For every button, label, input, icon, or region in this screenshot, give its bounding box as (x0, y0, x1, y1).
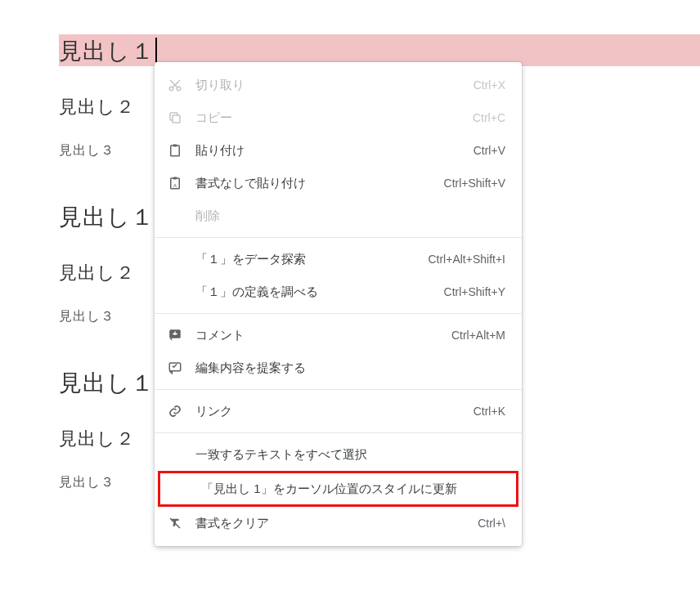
menu-shortcut: Ctrl+Alt+M (451, 329, 505, 342)
menu-item-paste[interactable]: 貼り付け Ctrl+V (155, 134, 522, 167)
heading-text: 見出し１ (59, 370, 155, 396)
menu-item-update-style[interactable]: 「見出し 1」をカーソル位置のスタイルに更新 (160, 473, 516, 504)
menu-label: コピー (195, 110, 463, 126)
menu-separator (155, 313, 522, 314)
paste-plain-icon: A (166, 174, 184, 192)
menu-separator (155, 237, 522, 238)
context-menu: 切り取り Ctrl+X コピー Ctrl+C 貼り付け Ctrl+V A 書式な… (155, 62, 522, 546)
menu-separator (155, 389, 522, 390)
menu-shortcut: Ctrl+K (473, 405, 505, 418)
heading-text: 見出し３ (59, 143, 114, 157)
comment-icon (166, 326, 184, 344)
menu-label: 削除 (195, 208, 505, 224)
svg-point-0 (169, 87, 173, 91)
menu-item-delete: 削除 (155, 199, 522, 232)
menu-shortcut: Ctrl+Shift+Y (444, 285, 505, 298)
svg-rect-11 (169, 363, 181, 371)
heading-text: 見出し３ (59, 475, 114, 489)
svg-rect-4 (173, 145, 177, 147)
menu-label: 「１」をデータ探索 (195, 252, 418, 267)
menu-shortcut: Ctrl+Alt+Shift+I (428, 253, 505, 266)
menu-item-comment[interactable]: コメント Ctrl+Alt+M (155, 319, 522, 351)
heading-text: 見出し１ (59, 204, 155, 230)
menu-label: 書式をクリア (195, 516, 468, 531)
menu-item-define[interactable]: 「１」の定義を調べる Ctrl+Shift+Y (155, 275, 522, 308)
copy-icon (166, 109, 184, 127)
svg-rect-2 (173, 115, 180, 123)
menu-item-select-matching[interactable]: 一致するテキストをすべて選択 (155, 438, 522, 471)
menu-label: 書式なしで貼り付け (195, 176, 434, 191)
menu-item-link[interactable]: リンク Ctrl+K (155, 395, 522, 428)
menu-item-clear-format[interactable]: 書式をクリア Ctrl+\ (155, 507, 522, 540)
menu-item-suggest[interactable]: 編集内容を提案する (155, 351, 522, 384)
menu-shortcut: Ctrl+C (473, 111, 505, 124)
menu-label: 貼り付け (195, 143, 464, 159)
menu-label: 編集内容を提案する (195, 360, 505, 376)
menu-label: 「見出し 1」をカーソル位置のスタイルに更新 (201, 481, 500, 497)
svg-point-1 (177, 87, 181, 91)
menu-label: 一致するテキストをすべて選択 (195, 447, 505, 463)
svg-rect-10 (173, 334, 177, 335)
heading-text: 見出し１ (59, 38, 155, 64)
menu-separator (155, 432, 522, 433)
cut-icon (166, 76, 184, 94)
menu-shortcut: Ctrl+X (473, 78, 505, 92)
menu-label: 切り取り (195, 78, 464, 93)
menu-item-explore[interactable]: 「１」をデータ探索 Ctrl+Alt+Shift+I (155, 243, 522, 275)
menu-label: コメント (195, 328, 442, 343)
link-icon (166, 402, 184, 420)
text-cursor (155, 38, 157, 62)
menu-shortcut: Ctrl+V (473, 144, 505, 157)
menu-item-copy: コピー Ctrl+C (155, 101, 522, 134)
heading-text: 見出し２ (59, 428, 135, 449)
menu-item-cut: 切り取り Ctrl+X (155, 69, 522, 101)
heading-text: 見出し２ (59, 262, 135, 283)
suggest-icon (166, 359, 184, 377)
svg-rect-6 (173, 177, 177, 180)
heading-text: 見出し２ (59, 96, 135, 117)
clear-format-icon (166, 514, 184, 532)
paste-icon (166, 141, 184, 159)
menu-shortcut: Ctrl+Shift+V (444, 177, 505, 190)
menu-label: リンク (195, 404, 464, 419)
svg-rect-3 (171, 146, 180, 156)
menu-label: 「１」の定義を調べる (195, 284, 434, 300)
annotation-highlight-box: 「見出し 1」をカーソル位置のスタイルに更新 (158, 471, 518, 507)
svg-text:A: A (173, 183, 177, 188)
menu-shortcut: Ctrl+\ (478, 517, 505, 530)
heading-text: 見出し３ (59, 309, 114, 323)
menu-item-paste-plain[interactable]: A 書式なしで貼り付け Ctrl+Shift+V (155, 167, 522, 199)
